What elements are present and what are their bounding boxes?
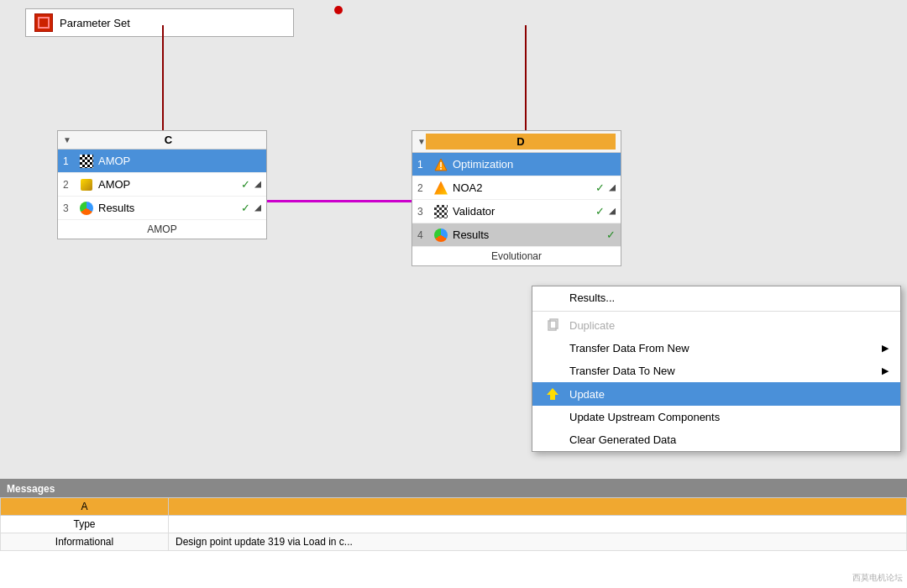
col-header-b [169, 498, 907, 516]
node-d-caption: Evolutionar [412, 247, 621, 265]
node-d-row-3-num: 3 [417, 206, 429, 218]
node-c-row-2-icon [79, 177, 94, 192]
node-d-title: D [426, 134, 616, 150]
node-d: ▼ D 1 Optimization 2 NOA2 ✓ [412, 130, 621, 266]
parameter-set-icon [34, 13, 53, 32]
menu-item-update-upstream[interactable]: Update Upstream Components [532, 406, 900, 428]
menu-duplicate-label: Duplicate [569, 319, 889, 332]
menu-results-label: Results... [569, 291, 889, 304]
parameter-set-label: Parameter Set [60, 17, 130, 29]
bottom-panel: Messages A Type Informational Design poi… [0, 479, 907, 588]
node-c-row-2-label: AMOP [98, 178, 237, 191]
svg-rect-1 [41, 20, 46, 25]
node-c-row-2-num: 2 [63, 179, 75, 191]
node-d-row-2[interactable]: 2 NOA2 ✓ [412, 176, 621, 200]
table-cell-2-a: Informational [1, 533, 169, 551]
canvas-area: Parameter Set ▼ C 1 AMOP 2 AMOP ✓ [0, 0, 907, 479]
node-c-header: ▼ C [58, 131, 266, 150]
node-d-row-2-icon [433, 181, 448, 196]
node-c-row-3[interactable]: 3 Results ✓ [58, 197, 266, 220]
menu-update-upstream-label: Update Upstream Components [569, 411, 889, 423]
table-row-1: Type [1, 516, 907, 533]
arrow-connector [267, 196, 422, 206]
parameter-set-node[interactable]: Parameter Set [25, 8, 294, 37]
menu-item-duplicate[interactable]: Duplicate [532, 313, 900, 337]
svg-marker-7 [547, 388, 558, 400]
node-d-row-2-corner [609, 185, 616, 192]
node-d-row-3-corner [609, 208, 616, 215]
watermark: 西莫电机论坛 [852, 572, 903, 584]
menu-item-transfer-from[interactable]: Transfer Data From New ▶ [532, 337, 900, 360]
connector-line-c [162, 25, 164, 134]
node-c: ▼ C 1 AMOP 2 AMOP ✓ 3 Results [57, 130, 267, 239]
menu-item-update[interactable]: Update [532, 382, 900, 406]
node-d-header: ▼ D [412, 131, 621, 153]
messages-table: A Type Informational Design point update… [0, 497, 907, 551]
node-c-row-1[interactable]: 1 AMOP [58, 150, 266, 173]
node-c-collapse-arrow[interactable]: ▼ [63, 135, 71, 144]
node-d-row-2-label: NOA2 [453, 181, 591, 194]
node-c-title: C [76, 134, 261, 146]
menu-clear-label: Clear Generated Data [569, 433, 889, 446]
messages-header: Messages [0, 480, 907, 497]
menu-transfer-to-label: Transfer Data To New [569, 365, 873, 377]
connector-line-d [525, 25, 527, 134]
node-c-row-3-label: Results [98, 202, 237, 214]
node-c-row-1-num: 1 [63, 155, 75, 167]
node-d-row-3-label: Validator [453, 205, 591, 218]
arrow-line [267, 200, 414, 202]
node-d-row-3-check: ✓ [595, 205, 605, 218]
node-d-row-1-label: Optimization [453, 158, 616, 171]
node-c-caption: AMOP [58, 220, 266, 239]
menu-transfer-from-arrow: ▶ [882, 343, 889, 354]
menu-item-results[interactable]: Results... [532, 286, 900, 309]
node-c-row-1-label: AMOP [98, 155, 261, 167]
connection-dot [334, 6, 343, 14]
node-d-row-4-check: ✓ [606, 228, 616, 241]
node-d-row-2-num: 2 [417, 182, 429, 194]
node-d-row-4-label: Results [453, 228, 602, 241]
node-c-row-2-check: ✓ [241, 178, 250, 191]
node-d-row-1[interactable]: 1 Optimization [412, 153, 621, 176]
col-header-a: A [1, 498, 169, 516]
table-cell-2-b: Design point update 319 via Load in c... [169, 533, 907, 551]
node-d-row-1-num: 1 [417, 159, 429, 171]
table-row-2: Informational Design point update 319 vi… [1, 533, 907, 551]
node-d-row-3[interactable]: 3 Validator ✓ [412, 200, 621, 223]
menu-transfer-to-arrow: ▶ [882, 365, 889, 376]
menu-duplicate-icon [544, 318, 561, 332]
node-d-row-1-icon [433, 157, 448, 172]
node-c-row-2[interactable]: 2 AMOP ✓ [58, 173, 266, 197]
node-d-row-4-icon [433, 228, 448, 243]
node-c-row-3-check: ✓ [241, 202, 250, 214]
node-d-row-4-num: 4 [417, 229, 429, 241]
menu-update-icon [544, 387, 561, 401]
node-c-row-3-num: 3 [63, 202, 75, 214]
context-menu: Results... Duplicate Transfer Data From … [532, 286, 901, 452]
menu-item-transfer-to[interactable]: Transfer Data To New ▶ [532, 360, 900, 382]
node-c-row-3-icon [79, 201, 94, 216]
node-d-collapse-arrow[interactable]: ▼ [417, 137, 426, 146]
menu-update-label: Update [569, 388, 889, 401]
svg-point-4 [440, 168, 442, 170]
menu-transfer-from-label: Transfer Data From New [569, 342, 873, 354]
table-cell-1-a: Type [1, 516, 169, 533]
menu-separator-1 [532, 311, 900, 312]
table-cell-1-b [169, 516, 907, 533]
node-d-row-2-check: ✓ [595, 181, 605, 194]
node-c-row-2-corner [254, 181, 261, 188]
node-d-row-4[interactable]: 4 Results ✓ [412, 223, 621, 247]
node-c-row-1-icon [79, 154, 94, 169]
node-c-row-3-corner [254, 205, 261, 212]
menu-item-clear[interactable]: Clear Generated Data [532, 428, 900, 451]
node-d-row-3-icon [433, 204, 448, 219]
